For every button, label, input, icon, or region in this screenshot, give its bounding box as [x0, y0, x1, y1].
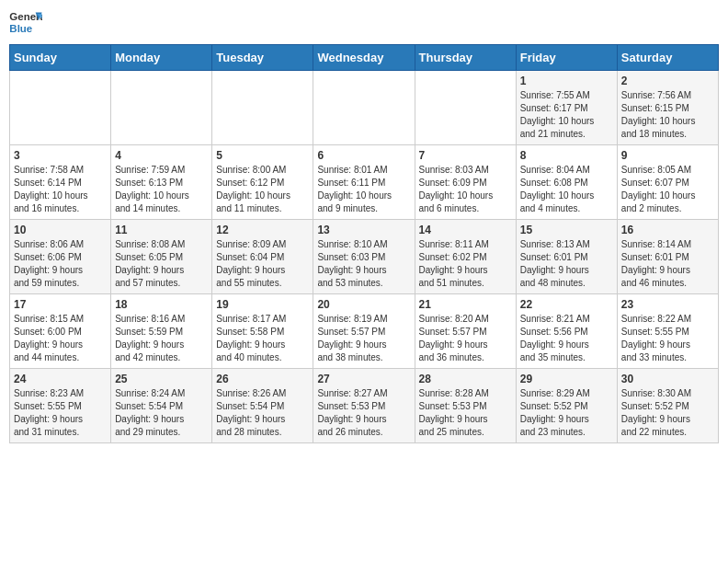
logo: General Blue	[9, 9, 42, 37]
header-day-friday: Friday	[516, 45, 617, 71]
day-number: 16	[621, 224, 714, 236]
day-number: 28	[419, 373, 512, 385]
day-number: 21	[419, 298, 512, 311]
day-info: Sunrise: 8:13 AM Sunset: 6:01 PM Dayligh…	[520, 238, 613, 290]
calendar-cell: 18Sunrise: 8:16 AM Sunset: 5:59 PM Dayli…	[111, 294, 212, 369]
day-number: 22	[520, 298, 613, 311]
week-row-4: 17Sunrise: 8:15 AM Sunset: 6:00 PM Dayli…	[10, 294, 719, 369]
day-info: Sunrise: 8:00 AM Sunset: 6:12 PM Dayligh…	[216, 164, 309, 215]
calendar-header-row: SundayMondayTuesdayWednesdayThursdayFrid…	[10, 45, 719, 71]
calendar-cell: 2Sunrise: 7:56 AM Sunset: 6:15 PM Daylig…	[617, 71, 718, 145]
day-info: Sunrise: 8:20 AM Sunset: 5:57 PM Dayligh…	[419, 313, 512, 364]
calendar-cell: 5Sunrise: 8:00 AM Sunset: 6:12 PM Daylig…	[212, 145, 313, 220]
header-day-monday: Monday	[111, 45, 212, 71]
day-number: 4	[115, 149, 208, 162]
day-number: 8	[520, 149, 613, 162]
header-day-tuesday: Tuesday	[212, 45, 313, 71]
week-row-1: 1Sunrise: 7:55 AM Sunset: 6:17 PM Daylig…	[10, 71, 719, 145]
week-row-5: 24Sunrise: 8:23 AM Sunset: 5:55 PM Dayli…	[10, 369, 719, 443]
day-number: 23	[621, 298, 714, 311]
calendar-cell: 7Sunrise: 8:03 AM Sunset: 6:09 PM Daylig…	[415, 145, 516, 220]
day-info: Sunrise: 7:56 AM Sunset: 6:15 PM Dayligh…	[621, 89, 714, 141]
day-info: Sunrise: 8:19 AM Sunset: 5:57 PM Dayligh…	[317, 313, 410, 364]
calendar-table: SundayMondayTuesdayWednesdayThursdayFrid…	[9, 44, 719, 443]
calendar-cell: 4Sunrise: 7:59 AM Sunset: 6:13 PM Daylig…	[111, 145, 212, 220]
header: General Blue	[9, 9, 719, 37]
day-number: 17	[14, 298, 107, 311]
calendar-cell: 29Sunrise: 8:29 AM Sunset: 5:52 PM Dayli…	[516, 369, 617, 443]
calendar-cell: 22Sunrise: 8:21 AM Sunset: 5:56 PM Dayli…	[516, 294, 617, 369]
day-info: Sunrise: 8:26 AM Sunset: 5:54 PM Dayligh…	[216, 387, 309, 439]
calendar-cell	[10, 71, 111, 145]
day-info: Sunrise: 8:06 AM Sunset: 6:06 PM Dayligh…	[14, 238, 107, 290]
day-info: Sunrise: 8:08 AM Sunset: 6:05 PM Dayligh…	[115, 238, 208, 290]
calendar-cell: 26Sunrise: 8:26 AM Sunset: 5:54 PM Dayli…	[212, 369, 313, 443]
day-number: 9	[621, 149, 714, 162]
day-number: 27	[317, 373, 410, 385]
day-number: 19	[216, 298, 309, 311]
day-number: 15	[520, 224, 613, 236]
day-number: 13	[317, 224, 410, 236]
calendar-cell	[313, 71, 415, 145]
day-info: Sunrise: 8:23 AM Sunset: 5:55 PM Dayligh…	[14, 387, 107, 439]
calendar-cell: 11Sunrise: 8:08 AM Sunset: 6:05 PM Dayli…	[111, 220, 212, 294]
calendar-cell: 12Sunrise: 8:09 AM Sunset: 6:04 PM Dayli…	[212, 220, 313, 294]
logo-icon: General Blue	[9, 9, 42, 37]
header-day-saturday: Saturday	[617, 45, 718, 71]
day-info: Sunrise: 7:55 AM Sunset: 6:17 PM Dayligh…	[520, 89, 613, 141]
day-info: Sunrise: 8:27 AM Sunset: 5:53 PM Dayligh…	[317, 387, 410, 439]
calendar-cell: 8Sunrise: 8:04 AM Sunset: 6:08 PM Daylig…	[516, 145, 617, 220]
day-info: Sunrise: 8:28 AM Sunset: 5:53 PM Dayligh…	[419, 387, 512, 439]
day-info: Sunrise: 8:03 AM Sunset: 6:09 PM Dayligh…	[419, 164, 512, 215]
day-number: 20	[317, 298, 410, 311]
calendar-cell: 30Sunrise: 8:30 AM Sunset: 5:52 PM Dayli…	[617, 369, 718, 443]
calendar-body: 1Sunrise: 7:55 AM Sunset: 6:17 PM Daylig…	[10, 71, 719, 443]
day-number: 24	[14, 373, 107, 385]
calendar-cell: 19Sunrise: 8:17 AM Sunset: 5:58 PM Dayli…	[212, 294, 313, 369]
day-info: Sunrise: 7:58 AM Sunset: 6:14 PM Dayligh…	[14, 164, 107, 215]
calendar-cell: 20Sunrise: 8:19 AM Sunset: 5:57 PM Dayli…	[313, 294, 415, 369]
day-info: Sunrise: 8:05 AM Sunset: 6:07 PM Dayligh…	[621, 164, 714, 215]
calendar-cell: 28Sunrise: 8:28 AM Sunset: 5:53 PM Dayli…	[415, 369, 516, 443]
day-number: 14	[419, 224, 512, 236]
calendar-cell: 21Sunrise: 8:20 AM Sunset: 5:57 PM Dayli…	[415, 294, 516, 369]
day-info: Sunrise: 8:11 AM Sunset: 6:02 PM Dayligh…	[419, 238, 512, 290]
calendar-cell: 1Sunrise: 7:55 AM Sunset: 6:17 PM Daylig…	[516, 71, 617, 145]
day-info: Sunrise: 8:29 AM Sunset: 5:52 PM Dayligh…	[520, 387, 613, 439]
day-number: 25	[115, 373, 208, 385]
calendar-cell: 15Sunrise: 8:13 AM Sunset: 6:01 PM Dayli…	[516, 220, 617, 294]
day-info: Sunrise: 8:10 AM Sunset: 6:03 PM Dayligh…	[317, 238, 410, 290]
calendar-cell: 13Sunrise: 8:10 AM Sunset: 6:03 PM Dayli…	[313, 220, 415, 294]
day-number: 5	[216, 149, 309, 162]
day-number: 30	[621, 373, 714, 385]
day-number: 6	[317, 149, 410, 162]
day-info: Sunrise: 8:09 AM Sunset: 6:04 PM Dayligh…	[216, 238, 309, 290]
day-info: Sunrise: 8:21 AM Sunset: 5:56 PM Dayligh…	[520, 313, 613, 364]
calendar-cell: 27Sunrise: 8:27 AM Sunset: 5:53 PM Dayli…	[313, 369, 415, 443]
day-info: Sunrise: 7:59 AM Sunset: 6:13 PM Dayligh…	[115, 164, 208, 215]
calendar-cell: 23Sunrise: 8:22 AM Sunset: 5:55 PM Dayli…	[617, 294, 718, 369]
day-number: 26	[216, 373, 309, 385]
week-row-3: 10Sunrise: 8:06 AM Sunset: 6:06 PM Dayli…	[10, 220, 719, 294]
day-number: 11	[115, 224, 208, 236]
day-info: Sunrise: 8:30 AM Sunset: 5:52 PM Dayligh…	[621, 387, 714, 439]
calendar-cell: 25Sunrise: 8:24 AM Sunset: 5:54 PM Dayli…	[111, 369, 212, 443]
day-info: Sunrise: 8:01 AM Sunset: 6:11 PM Dayligh…	[317, 164, 410, 215]
day-number: 3	[14, 149, 107, 162]
week-row-2: 3Sunrise: 7:58 AM Sunset: 6:14 PM Daylig…	[10, 145, 719, 220]
day-number: 1	[520, 75, 613, 87]
calendar-cell: 6Sunrise: 8:01 AM Sunset: 6:11 PM Daylig…	[313, 145, 415, 220]
calendar-cell	[111, 71, 212, 145]
calendar-cell	[212, 71, 313, 145]
calendar-cell: 14Sunrise: 8:11 AM Sunset: 6:02 PM Dayli…	[415, 220, 516, 294]
day-info: Sunrise: 8:15 AM Sunset: 6:00 PM Dayligh…	[14, 313, 107, 364]
svg-text:Blue: Blue	[9, 23, 32, 34]
calendar-cell: 10Sunrise: 8:06 AM Sunset: 6:06 PM Dayli…	[10, 220, 111, 294]
calendar-cell: 3Sunrise: 7:58 AM Sunset: 6:14 PM Daylig…	[10, 145, 111, 220]
day-info: Sunrise: 8:22 AM Sunset: 5:55 PM Dayligh…	[621, 313, 714, 364]
day-number: 29	[520, 373, 613, 385]
header-day-thursday: Thursday	[415, 45, 516, 71]
calendar-cell: 9Sunrise: 8:05 AM Sunset: 6:07 PM Daylig…	[617, 145, 718, 220]
day-info: Sunrise: 8:24 AM Sunset: 5:54 PM Dayligh…	[115, 387, 208, 439]
day-info: Sunrise: 8:14 AM Sunset: 6:01 PM Dayligh…	[621, 238, 714, 290]
